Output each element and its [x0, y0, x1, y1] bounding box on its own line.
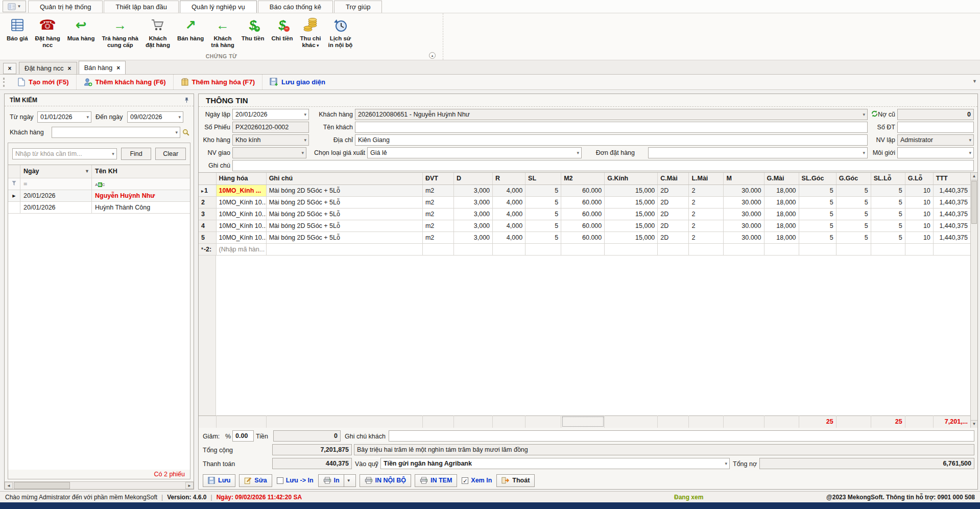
item-cell[interactable]: m2	[422, 232, 453, 243]
checkbox-checked[interactable]: ✓Xem In	[461, 477, 493, 484]
item-cell[interactable]: 5	[799, 232, 836, 243]
item-cell[interactable]: 1,440,375	[933, 208, 970, 220]
item-cell[interactable]: m2	[422, 184, 453, 196]
ribbon-button[interactable]: Thu chikhác	[297, 15, 325, 50]
ribbon-button[interactable]: Kháchđặt hàng	[142, 15, 174, 49]
item-cell[interactable]: 60.000	[561, 208, 605, 220]
from-date-input[interactable]: 01/01/2026	[37, 111, 91, 123]
toolbar-overflow-button[interactable]: ▼	[972, 79, 977, 84]
scrollbar-thumb[interactable]	[971, 181, 977, 224]
item-cell[interactable]: 5	[525, 220, 561, 232]
panel-splitter[interactable]	[194, 94, 198, 490]
row-header[interactable]: 4	[199, 220, 216, 232]
clear-button[interactable]: Clear	[155, 148, 186, 160]
scrollbar-thumb[interactable]	[14, 482, 70, 489]
item-cell[interactable]	[871, 243, 905, 255]
item-cell[interactable]: 2	[689, 196, 724, 208]
item-cell[interactable]	[689, 243, 724, 255]
item-column-header[interactable]: R	[493, 173, 525, 184]
item-cell[interactable]: m2	[422, 196, 453, 208]
item-column-header[interactable]: Hàng hóa	[216, 173, 266, 184]
ribbon-button[interactable]: ↩Mua hàng	[64, 15, 99, 42]
item-cell[interactable]: 5	[836, 232, 871, 243]
item-cell[interactable]: 3,000	[453, 220, 492, 232]
item-cell[interactable]: 5	[799, 220, 836, 232]
item-cell[interactable]: 5	[871, 196, 905, 208]
item-column-header[interactable]: SL	[525, 173, 561, 184]
item-cell[interactable]: 60.000	[561, 196, 605, 208]
form-button[interactable]: Thoát	[496, 474, 535, 487]
item-cell[interactable]	[724, 243, 764, 255]
item-cell[interactable]: 10	[905, 208, 933, 220]
ribbon-button[interactable]: Lịch sửin nội bộ	[324, 15, 356, 49]
item-cell[interactable]: 10	[905, 184, 933, 196]
item-cell[interactable]: 4,000	[493, 208, 525, 220]
ribbon-button[interactable]: ↗Bán hàng	[174, 15, 207, 42]
item-cell[interactable]	[605, 243, 658, 255]
item-cell[interactable]: 10MO_Kính 10...	[216, 208, 266, 220]
ribbon-button[interactable]: Báo giá	[3, 15, 32, 42]
item-cell[interactable]: 3,000	[453, 196, 492, 208]
row-header[interactable]: 2	[199, 196, 216, 208]
item-cell[interactable]: 1,440,375	[933, 220, 970, 232]
item-column-header[interactable]: G.Lỗ	[905, 173, 933, 184]
row-header[interactable]: 3	[199, 208, 216, 220]
item-column-header[interactable]: SL.Lỗ	[871, 173, 905, 184]
checkbox-icon[interactable]: ✓	[462, 477, 468, 484]
item-column-header[interactable]: D	[453, 173, 492, 184]
scroll-right-icon[interactable]: ►	[185, 482, 194, 489]
item-cell[interactable]: 18,000	[764, 232, 799, 243]
customer-filter-input[interactable]	[52, 127, 180, 138]
item-cell[interactable]: 10	[905, 196, 933, 208]
item-cell[interactable]: 3,000	[453, 208, 492, 220]
item-cell[interactable]: 5	[871, 220, 905, 232]
item-cell[interactable]	[422, 243, 453, 255]
item-row[interactable]: 210MO_Kính 10...Mài bóng 2D 5Góc + 5Lỗm2…	[199, 196, 971, 208]
item-cell[interactable]: 5	[836, 184, 871, 196]
item-cell[interactable]: 10MO_Kính ...	[216, 184, 266, 196]
item-cell[interactable]: Mài bóng 2D 5Góc + 5Lỗ	[266, 184, 422, 196]
ghi-chu-input[interactable]	[232, 160, 974, 171]
item-cell[interactable]: 4,000	[493, 232, 525, 243]
form-button[interactable]: IN TEM	[415, 474, 457, 487]
item-column-header[interactable]: C.Mài	[658, 173, 689, 184]
item-cell[interactable]: 15,000	[605, 220, 658, 232]
item-cell[interactable]: 18,000	[764, 220, 799, 232]
chevron-down-icon[interactable]: ▼	[344, 475, 351, 487]
item-cell[interactable]: Mài bóng 2D 5Góc + 5Lỗ	[266, 220, 422, 232]
ribbon-button[interactable]: →Trả hàng nhàcung cấp	[98, 15, 142, 49]
action-button[interactable]: Tạo mới (F5)	[10, 75, 76, 89]
grid-vertical-scrollbar[interactable]: ▲ ▼	[970, 173, 977, 428]
item-row[interactable]: 510MO_Kính 10...Mài bóng 2D 5Góc + 5Lỗm2…	[199, 232, 971, 243]
item-cell[interactable]: 5	[871, 232, 905, 243]
item-cell[interactable]: 15,000	[605, 196, 658, 208]
item-column-header[interactable]: G.Góc	[836, 173, 871, 184]
action-button[interactable]: Thêm khách hàng (F6)	[76, 75, 173, 89]
item-cell[interactable]: 2	[689, 208, 724, 220]
item-cell[interactable]: 2	[689, 184, 724, 196]
item-cell[interactable]: 30.000	[724, 220, 764, 232]
item-cell[interactable]: 3,000	[453, 184, 492, 196]
ribbon-collapse-button[interactable]: ▴	[429, 52, 436, 59]
item-column-header[interactable]: M	[724, 173, 764, 184]
item-cell[interactable]: 18,000	[764, 196, 799, 208]
item-cell[interactable]: 60.000	[561, 184, 605, 196]
name-column-header[interactable]: Tên KH	[92, 165, 190, 178]
thanh-toan-input[interactable]: 440,375	[272, 458, 352, 469]
close-tab-icon[interactable]: ×	[68, 65, 71, 72]
item-cell[interactable]: 30.000	[724, 232, 764, 243]
item-row[interactable]: ▸110MO_Kính ...Mài bóng 2D 5Góc + 5Lỗm23…	[199, 184, 971, 196]
find-button[interactable]: Find	[121, 148, 152, 160]
document-tab[interactable]: Bán hàng×	[79, 61, 126, 74]
pin-icon[interactable]	[184, 97, 189, 103]
item-column-header[interactable]: G.Mài	[764, 173, 799, 184]
item-cell[interactable]: 1,440,375	[933, 184, 970, 196]
item-cell[interactable]: 5	[871, 208, 905, 220]
item-cell[interactable]: 60.000	[561, 220, 605, 232]
item-cell[interactable]: 5	[871, 184, 905, 196]
menu-tab[interactable]: Quản lý nghiệp vụ	[180, 1, 257, 13]
close-all-tabs-button[interactable]: ×	[3, 63, 16, 74]
item-cell[interactable]: 5	[525, 196, 561, 208]
item-cell[interactable]: 10	[905, 220, 933, 232]
item-cell[interactable]: 2	[689, 220, 724, 232]
